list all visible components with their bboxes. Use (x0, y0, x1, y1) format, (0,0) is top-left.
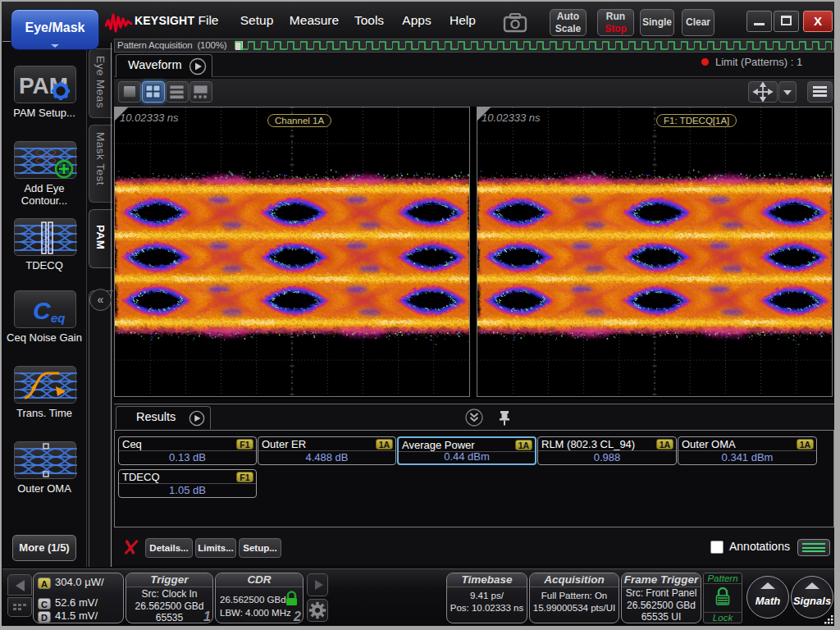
svg-text:eq: eq (51, 311, 66, 325)
svg-text:C: C (33, 297, 52, 324)
